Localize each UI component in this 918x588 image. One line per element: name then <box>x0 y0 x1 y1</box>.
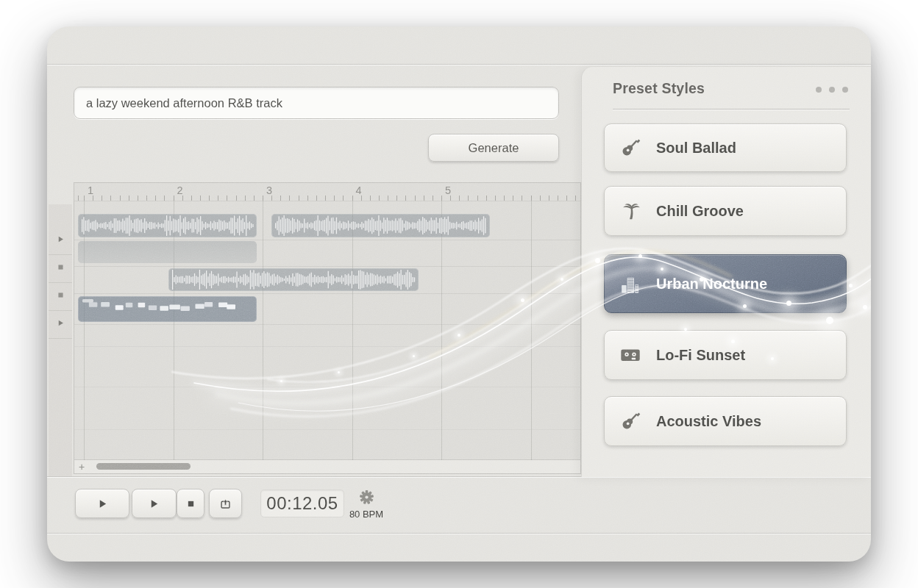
preset-label: Lo-Fi Sunset <box>656 347 745 364</box>
time-display: 00:12.05 <box>260 490 344 517</box>
tempo-control[interactable]: 80 BPM <box>343 490 390 520</box>
track-header-strip <box>49 204 72 476</box>
track-row-divider <box>74 387 580 387</box>
preset-label: Acoustic Vibes <box>656 413 761 430</box>
tempo-label: 80 BPM <box>349 509 383 520</box>
preset-label: Chill Groove <box>656 203 744 220</box>
export-button[interactable] <box>209 489 242 518</box>
app-window: Generate + 12345 00:12.05 80 BPM Preset … <box>47 26 871 562</box>
add-track-button[interactable]: + <box>79 461 85 473</box>
track-strip-divider <box>49 282 72 283</box>
generate-button[interactable]: Generate <box>428 134 559 162</box>
ruler-number: 1 <box>88 184 93 196</box>
stop-button[interactable] <box>177 489 204 518</box>
track-strip-divider <box>49 254 72 255</box>
ruler-number: 4 <box>356 184 362 196</box>
track-4-play-icon[interactable] <box>49 317 72 329</box>
preset-lo-fi-sunset[interactable]: Lo-Fi Sunset <box>604 330 847 380</box>
scrollbar-thumb[interactable] <box>96 463 191 470</box>
guitar-icon <box>618 409 643 434</box>
track-row-divider <box>74 346 580 347</box>
timeline-panel[interactable]: + 12345 <box>74 182 581 474</box>
ruler-number: 2 <box>177 184 183 196</box>
ruler-number: 3 <box>266 184 272 196</box>
export-box-icon <box>220 498 231 509</box>
play-button[interactable] <box>75 489 129 518</box>
track-row-divider <box>74 201 580 201</box>
city-buildings-icon <box>618 271 643 296</box>
track-2-stop-icon[interactable] <box>49 261 72 273</box>
preset-soul-ballad[interactable]: Soul Ballad <box>604 123 847 172</box>
preset-label: Soul Ballad <box>656 140 736 157</box>
ruler-ticks <box>74 196 580 201</box>
prompt-input[interactable] <box>74 87 559 119</box>
guitar-icon <box>618 135 643 160</box>
stop-icon <box>186 499 196 509</box>
palm-tree-icon <box>618 198 643 223</box>
panel-title: Preset Styles <box>613 80 705 97</box>
play-icon <box>149 498 160 509</box>
audio-clip[interactable] <box>271 214 490 237</box>
audio-clip[interactable] <box>78 214 257 237</box>
preset-styles-panel: Preset Styles Soul BalladChill GrooveUrb… <box>581 66 871 477</box>
midi-clip[interactable] <box>78 296 257 322</box>
preset-label: Urban Nocturne <box>656 276 767 293</box>
track-strip-divider <box>49 338 72 339</box>
footer-divider <box>47 533 871 534</box>
panel-divider <box>613 109 850 110</box>
cassette-icon <box>618 343 643 368</box>
track-row-divider <box>74 324 580 325</box>
timeline-scrollbar[interactable]: + <box>74 459 580 473</box>
gear-icon <box>359 490 374 508</box>
ruler-number: 5 <box>445 184 451 196</box>
track-row-divider <box>74 429 580 430</box>
play-alt-button[interactable] <box>132 489 177 518</box>
titlebar-divider <box>47 64 871 65</box>
play-icon <box>97 498 108 509</box>
track-row-divider <box>74 240 580 240</box>
track-1-play-icon[interactable] <box>49 233 72 245</box>
preset-acoustic-vibes[interactable]: Acoustic Vibes <box>604 396 847 446</box>
track-row-divider <box>74 266 580 267</box>
preset-urban-nocturne[interactable]: Urban Nocturne <box>604 254 847 313</box>
track-strip-divider <box>49 310 72 311</box>
track-row-divider <box>74 293 580 294</box>
preset-chill-groove[interactable]: Chill Groove <box>604 186 847 236</box>
track-3-stop-icon[interactable] <box>49 289 72 301</box>
empty-clip[interactable] <box>78 241 257 263</box>
ellipsis-menu-icon[interactable] <box>816 87 848 93</box>
audio-clip[interactable] <box>168 268 419 291</box>
